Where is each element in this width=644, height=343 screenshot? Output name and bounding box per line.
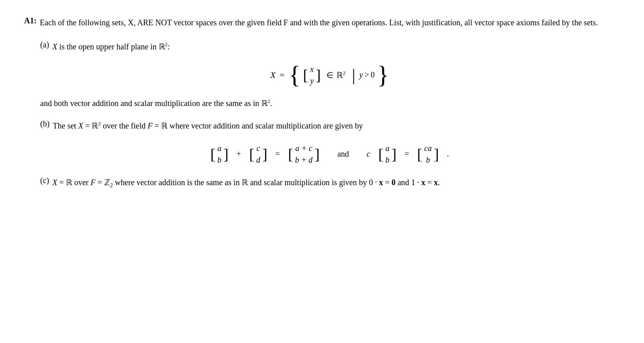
part-c-text: X = ℝ over F = ℤ2 where vector addition … bbox=[52, 176, 440, 190]
part-a: (a) X is the open upper half plane in ℝ2… bbox=[40, 40, 619, 110]
part-b-text: The set X = ℝ2 over the field F = ℝ wher… bbox=[53, 119, 363, 132]
part-c-header: (c) X = ℝ over F = ℤ2 where vector addit… bbox=[40, 176, 619, 190]
scalar-c: c bbox=[367, 149, 370, 159]
formula-a: X = { x y ∈ ℝ2 | y > 0 } bbox=[40, 63, 619, 87]
bracket-right-ab2 bbox=[392, 147, 397, 162]
part-a-description: and both vector addition and scalar mult… bbox=[40, 97, 619, 110]
part-c: (c) X = ℝ over F = ℤ2 where vector addit… bbox=[40, 176, 619, 190]
problem-text: Each of the following sets, X, ARE NOT v… bbox=[40, 16, 598, 29]
matrix-scalar-result: ca b bbox=[417, 142, 439, 166]
matrix-cd: c d bbox=[249, 142, 267, 166]
set-separator: | bbox=[352, 65, 355, 85]
entry-d1: d bbox=[256, 154, 260, 165]
bracket-right-xy bbox=[316, 67, 321, 83]
entry-aplusc: a + c bbox=[295, 143, 312, 154]
formula-b: a b + c d = a + c b bbox=[40, 142, 619, 166]
entry-a2: a bbox=[386, 143, 390, 154]
entry-y: y bbox=[310, 75, 314, 86]
matrix-xy: x y bbox=[303, 63, 321, 87]
entry-b3: b bbox=[426, 154, 430, 165]
matrix-sum-entries: a + c b + d bbox=[293, 142, 315, 166]
matrix-scalar-entries: ca b bbox=[422, 142, 434, 166]
curly-brace-right: } bbox=[377, 64, 389, 86]
bracket-left-ab bbox=[210, 147, 215, 162]
part-b-label: (b) bbox=[40, 119, 49, 129]
entry-ca: ca bbox=[424, 143, 432, 154]
matrix-ab: a b bbox=[210, 142, 228, 166]
entry-b1: b bbox=[217, 154, 222, 165]
bracket-right-ab bbox=[224, 147, 229, 162]
bracket-left-ab2 bbox=[378, 147, 384, 162]
matrix-cd-entries: c d bbox=[254, 142, 262, 166]
matrix-ab2: a b bbox=[378, 142, 396, 166]
bracket-left-scalar bbox=[417, 147, 422, 162]
bracket-left-xy bbox=[303, 67, 308, 83]
part-a-text: X is the open upper half plane in ℝ2: bbox=[52, 40, 170, 53]
entry-c1: c bbox=[256, 143, 260, 154]
part-b: (b) The set X = ℝ2 over the field F = ℝ … bbox=[40, 119, 619, 166]
part-b-header: (b) The set X = ℝ2 over the field F = ℝ … bbox=[40, 119, 619, 132]
part-a-header: (a) X is the open upper half plane in ℝ2… bbox=[40, 40, 619, 53]
main-container: A1: Each of the following sets, X, ARE N… bbox=[24, 16, 619, 190]
curly-brace-left: { bbox=[289, 64, 301, 86]
entry-x: x bbox=[310, 63, 314, 75]
part-c-label: (c) bbox=[40, 176, 49, 185]
bracket-right-scalar bbox=[434, 147, 439, 162]
matrix-ab2-entries: a b bbox=[384, 142, 392, 166]
matrix-sum: a + c b + d bbox=[288, 142, 320, 166]
part-a-label: (a) bbox=[40, 40, 49, 49]
matrix-xy-entries: x y bbox=[308, 63, 316, 87]
entry-b2: b bbox=[386, 154, 390, 165]
entry-bplusd: b + d bbox=[295, 154, 313, 165]
bracket-right-cd bbox=[262, 147, 267, 162]
problem-label: A1: bbox=[24, 16, 37, 25]
bracket-left-sum bbox=[288, 147, 293, 162]
bracket-left-cd bbox=[249, 147, 254, 162]
matrix-ab-entries: a b bbox=[215, 142, 224, 166]
entry-a1: a bbox=[217, 143, 222, 154]
and-word: and bbox=[337, 149, 349, 159]
bracket-right-sum bbox=[315, 147, 320, 162]
problem-header: A1: Each of the following sets, X, ARE N… bbox=[24, 16, 619, 29]
